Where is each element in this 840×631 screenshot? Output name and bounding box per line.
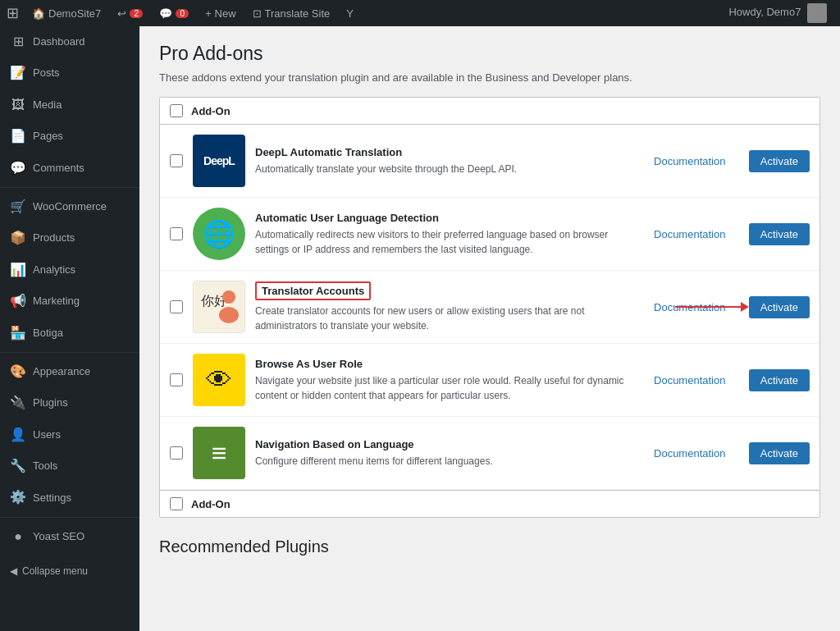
- sidebar-item-products[interactable]: 📦 Products: [0, 222, 139, 254]
- nav-lang-activate-button[interactable]: Activate: [749, 442, 810, 464]
- comments-icon: 💬: [10, 159, 26, 177]
- collapse-icon: ◀: [10, 565, 17, 577]
- red-arrow: [675, 302, 749, 312]
- site-name: DemoSite7: [48, 7, 101, 20]
- admin-bar: ⊞ 🏠 DemoSite7 ↩ 2 💬 0 + New ⊡ Translate …: [0, 0, 840, 26]
- select-all-checkbox[interactable]: [170, 104, 183, 117]
- sidebar-item-pages[interactable]: 📄 Pages: [0, 121, 139, 152]
- page-title: Pro Add-ons: [159, 43, 820, 65]
- deepl-checkbox[interactable]: [170, 154, 183, 167]
- wp-logo-icon[interactable]: ⊞: [7, 4, 19, 22]
- sidebar-divider-2: [0, 352, 139, 353]
- translator-icon: 你好: [193, 281, 245, 333]
- sidebar-label-media: Media: [33, 98, 62, 112]
- sidebar-item-media[interactable]: 🖼 Media: [0, 89, 139, 121]
- sidebar-label-settings: Settings: [33, 491, 71, 505]
- analytics-icon: 📊: [10, 261, 26, 279]
- woocommerce-icon: 🛒: [10, 198, 26, 216]
- adminbar-site[interactable]: 🏠 DemoSite7: [25, 0, 107, 26]
- main-content: Pro Add-ons These addons extend your tra…: [139, 26, 840, 631]
- arrow-head: [741, 302, 749, 312]
- deepl-action: Activate: [749, 150, 810, 172]
- deepl-info: DeepL Automatic Translation Automaticall…: [255, 146, 631, 176]
- nav-lang-info: Navigation Based on Language Configure d…: [255, 438, 631, 469]
- sidebar-item-woocommerce[interactable]: 🛒 WooCommerce: [0, 191, 139, 222]
- nav-lang-name: Navigation Based on Language: [255, 438, 414, 450]
- sidebar-item-marketing[interactable]: 📢 Marketing: [0, 286, 139, 317]
- sidebar-label-marketing: Marketing: [33, 294, 80, 309]
- deepl-desc: Automatically translate your website thr…: [255, 163, 517, 175]
- adminbar-translate[interactable]: ⊡ Translate Site: [246, 0, 337, 26]
- sidebar-label-comments: Comments: [33, 161, 84, 176]
- translator-info: Translator Accounts Create translator ac…: [255, 281, 631, 333]
- new-label: + New: [205, 7, 235, 20]
- table-header: Add-On: [160, 98, 819, 125]
- adminbar-howdy: Howdy, Demo7: [722, 3, 833, 23]
- sidebar-label-appearance: Appearance: [33, 364, 90, 379]
- sidebar-item-plugins[interactable]: 🔌 Plugins: [0, 387, 139, 418]
- select-all-footer-checkbox[interactable]: [170, 497, 183, 510]
- yoast-icon: Y: [346, 7, 354, 20]
- sidebar: ⊞ Dashboard 📝 Posts 🖼 Media 📄 Pages 💬 Co…: [0, 26, 139, 631]
- sidebar-item-posts[interactable]: 📝 Posts: [0, 57, 139, 89]
- sidebar-label-analytics: Analytics: [33, 263, 75, 277]
- pages-icon: 📄: [10, 127, 26, 145]
- adminbar-comments[interactable]: 💬 0: [153, 0, 195, 26]
- sidebar-item-analytics[interactable]: 📊 Analytics: [0, 254, 139, 286]
- browse-desc: Navigate your website just like a partic…: [255, 375, 624, 401]
- addon-col-header: Add-On: [191, 105, 231, 117]
- deepl-activate-button[interactable]: Activate: [749, 150, 810, 172]
- browse-name: Browse As User Role: [255, 358, 363, 370]
- collapse-menu-button[interactable]: ◀ Collapse menu: [0, 559, 139, 583]
- translator-activate-button[interactable]: Activate: [749, 296, 810, 318]
- adminbar-yoast[interactable]: Y: [340, 0, 360, 26]
- browse-activate-button[interactable]: Activate: [749, 369, 810, 391]
- browse-checkbox[interactable]: [170, 373, 183, 386]
- sidebar-label-woocommerce: WooCommerce: [33, 199, 107, 214]
- sidebar-item-appearance[interactable]: 🎨 Appearance: [0, 356, 139, 387]
- tools-icon: 🔧: [10, 457, 26, 475]
- botiga-icon: 🏪: [10, 324, 26, 342]
- comment-icon: 💬: [159, 7, 172, 20]
- translator-name: Translator Accounts: [255, 281, 371, 300]
- sidebar-label-products: Products: [33, 231, 75, 245]
- lang-detect-doc-link[interactable]: Documentation: [641, 228, 739, 240]
- lang-detect-checkbox[interactable]: [170, 227, 183, 240]
- nav-lang-doc-link[interactable]: Documentation: [641, 447, 739, 460]
- yoast-seo-icon: ●: [10, 528, 26, 546]
- adminbar-revisions[interactable]: ↩ 2: [111, 0, 149, 26]
- adminbar-new[interactable]: + New: [199, 0, 242, 26]
- translate-icon: ⊡: [253, 7, 262, 20]
- sidebar-item-users[interactable]: 👤 Users: [0, 419, 139, 450]
- deepl-doc-link[interactable]: Documentation: [641, 155, 739, 167]
- revision-icon: ↩: [117, 7, 126, 20]
- nav-lang-checkbox[interactable]: [170, 446, 183, 460]
- sidebar-item-botiga[interactable]: 🏪 Botiga: [0, 318, 139, 349]
- lang-detect-icon: 🌐: [193, 208, 245, 260]
- sidebar-item-tools[interactable]: 🔧 Tools: [0, 450, 139, 482]
- browse-info: Browse As User Role Navigate your websit…: [255, 358, 631, 403]
- sidebar-item-yoast[interactable]: ● Yoast SEO: [0, 521, 139, 552]
- marketing-icon: 📢: [10, 292, 26, 310]
- sidebar-item-comments[interactable]: 💬 Comments: [0, 153, 139, 184]
- lang-detect-info: Automatic User Language Detection Automa…: [255, 212, 631, 257]
- howdy-text: Howdy, Demo7: [728, 6, 801, 18]
- translator-checkbox[interactable]: [170, 300, 183, 313]
- translator-action: Activate: [749, 296, 810, 318]
- table-footer: Add-On: [160, 490, 819, 517]
- avatar: [807, 3, 827, 23]
- site-icon: 🏠: [32, 7, 45, 20]
- deepl-name: DeepL Automatic Translation: [255, 146, 402, 158]
- media-icon: 🖼: [10, 96, 26, 114]
- browse-icon: 👁: [193, 354, 245, 406]
- revision-count: 2: [130, 9, 143, 18]
- collapse-label: Collapse menu: [22, 565, 88, 577]
- browse-doc-link[interactable]: Documentation: [641, 374, 739, 386]
- lang-detect-desc: Automatically redirects new visitors to …: [255, 229, 608, 255]
- sidebar-item-dashboard[interactable]: ⊞ Dashboard: [0, 26, 139, 57]
- table-row: 👁 Browse As User Role Navigate your webs…: [160, 344, 819, 417]
- lang-detect-name: Automatic User Language Detection: [255, 212, 439, 224]
- users-icon: 👤: [10, 426, 26, 444]
- sidebar-item-settings[interactable]: ⚙️ Settings: [0, 482, 139, 513]
- lang-detect-activate-button[interactable]: Activate: [749, 223, 810, 245]
